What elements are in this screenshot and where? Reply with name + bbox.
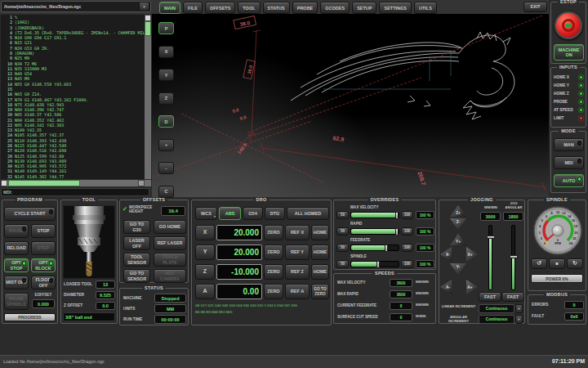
zero-z-button[interactable]: ZERO bbox=[264, 264, 283, 280]
linear-increment-combo[interactable]: Continuous bbox=[479, 304, 514, 313]
tab[interactable]: STATUS bbox=[263, 2, 290, 14]
override-min-button[interactable]: 50 bbox=[336, 244, 349, 252]
slider-thumb[interactable] bbox=[395, 228, 399, 236]
jog-angular-slider[interactable] bbox=[511, 225, 515, 290]
tab[interactable]: TOOL bbox=[238, 2, 260, 14]
override-max-button[interactable]: 100 bbox=[401, 260, 413, 268]
preview-tool-button[interactable]: D bbox=[158, 115, 174, 128]
override-min-button[interactable]: 50 bbox=[336, 260, 349, 268]
step-button[interactable]: STEP bbox=[31, 241, 56, 255]
tab[interactable]: MAIN bbox=[159, 2, 180, 14]
zero-a-button[interactable]: ZERO bbox=[264, 284, 283, 299]
tab[interactable]: SETUP bbox=[352, 2, 376, 14]
dtg-button[interactable]: DTG bbox=[265, 207, 285, 220]
jog-z-plus-button[interactable]: Z+ bbox=[450, 205, 466, 217]
slider-thumb[interactable] bbox=[376, 261, 380, 268]
goto-sensor-button[interactable]: GO TO SENSOR bbox=[123, 269, 150, 283]
tab[interactable]: UTILS bbox=[414, 2, 437, 14]
spindle-slider[interactable] bbox=[350, 261, 399, 267]
gcode-preview[interactable]: 38.0 36.0 0.0 0.0 148.9 62.9 209.7 PXYZD… bbox=[152, 14, 549, 197]
scroll-up-button[interactable] bbox=[145, 15, 151, 21]
jog-y-minus-button[interactable]: Y- bbox=[450, 263, 466, 275]
reload-button[interactable]: RELOAD bbox=[4, 241, 29, 255]
axis-a-button[interactable]: A bbox=[195, 284, 215, 299]
ref-x-button[interactable]: REF X bbox=[285, 225, 310, 240]
gcode-horizontal-scrollbar[interactable] bbox=[1, 180, 151, 186]
stop-button[interactable]: STOP bbox=[31, 224, 56, 238]
jog-a-minus-button[interactable]: A- bbox=[440, 280, 452, 294]
slider-thumb[interactable] bbox=[395, 212, 399, 219]
override-max-button[interactable]: 100 bbox=[401, 244, 413, 252]
override-min-button[interactable]: 50 bbox=[336, 227, 349, 236]
tool-sensor-button[interactable]: TOOL SENSOR bbox=[123, 253, 150, 267]
abs-button[interactable]: ABS bbox=[219, 207, 241, 220]
jog-x-minus-button[interactable]: X- bbox=[440, 247, 452, 262]
preview-tool-button[interactable]: X bbox=[158, 46, 174, 58]
loaded-file-combo[interactable]: /home/jim/linuxcnc/nc_files/Dragon.ngc ▾ bbox=[1, 1, 151, 12]
g54-button[interactable]: G54 bbox=[243, 207, 263, 220]
tab[interactable]: GCODES bbox=[320, 2, 350, 14]
fast-linear-button[interactable]: FAST bbox=[479, 292, 501, 302]
slider-thumb[interactable] bbox=[385, 245, 388, 252]
ref-y-button[interactable]: REF Y bbox=[285, 245, 310, 260]
all-homed-button[interactable]: ALL HOMED bbox=[287, 207, 329, 220]
touch-plate-button[interactable]: TOUCH PLATE bbox=[154, 253, 186, 267]
home-y-button[interactable]: HOME bbox=[311, 245, 329, 260]
ref-camera-button[interactable]: REF CAMERA bbox=[154, 269, 186, 283]
mode-button[interactable]: MDI bbox=[554, 156, 584, 169]
go-home-button[interactable]: GO HOME bbox=[154, 220, 186, 234]
pause-spindle-button[interactable]: PAUSE SPINDLE bbox=[4, 293, 29, 310]
preview-tool-button[interactable]: Z bbox=[158, 92, 174, 105]
exit-button[interactable]: EXIT bbox=[523, 2, 547, 12]
vertical-scroll-thumb[interactable] bbox=[145, 21, 151, 36]
scroll-left-button[interactable] bbox=[1, 180, 7, 186]
chevron-down-icon[interactable]: ▾ bbox=[139, 2, 149, 11]
ref-z-button[interactable]: REF Z bbox=[285, 264, 310, 280]
home-z-button[interactable]: HOME bbox=[311, 264, 329, 280]
slider-thumb[interactable] bbox=[510, 255, 518, 258]
override-max-button[interactable]: 100 bbox=[401, 227, 413, 236]
home-x-button[interactable]: HOME bbox=[311, 225, 329, 240]
laser-button[interactable]: LASER OFF bbox=[123, 236, 150, 250]
tab[interactable]: FILE bbox=[183, 2, 203, 14]
feedrate-slider[interactable] bbox=[350, 245, 399, 251]
gcode-list[interactable]: 1%2(1002)3(JOKERSBACK)4(T2 D=6.35 CR=0. … bbox=[1, 15, 145, 179]
preview-tool-button[interactable]: C bbox=[158, 186, 174, 198]
max-velocity-slider[interactable] bbox=[350, 212, 399, 218]
wcs-dropdown[interactable]: WCS▾ bbox=[195, 207, 217, 220]
fast-angular-button[interactable]: FAST bbox=[501, 292, 524, 302]
goto-g30-button[interactable]: GO TO G30 bbox=[123, 220, 150, 234]
goto-zero-button[interactable]: GO TO ZERO bbox=[311, 284, 329, 299]
spindle-stop-button[interactable]: ■ bbox=[549, 258, 565, 269]
tab[interactable]: PROBE bbox=[292, 2, 318, 14]
preview-tool-button[interactable]: Y bbox=[158, 69, 174, 81]
ref-laser-button[interactable]: REF LASER bbox=[154, 236, 186, 250]
axis-x-button[interactable]: X bbox=[195, 225, 215, 240]
opt-stop-button[interactable]: OPT STOP bbox=[4, 258, 29, 272]
flood-button[interactable]: FLOOD OFF bbox=[31, 276, 56, 289]
spindle-forward-button[interactable]: ↻ bbox=[567, 258, 583, 269]
tab[interactable]: OFFSETS bbox=[205, 2, 235, 14]
mist-button[interactable]: MIST OFF bbox=[4, 276, 29, 289]
chevron-down-icon[interactable]: ▾ bbox=[515, 304, 523, 313]
axis-y-button[interactable]: Y bbox=[195, 245, 215, 260]
zero-y-button[interactable]: ZERO bbox=[264, 245, 283, 260]
angular-increment-combo[interactable]: Continuous bbox=[479, 315, 514, 324]
gcode-line[interactable]: 32N145 X149.382 Y44.77 bbox=[1, 174, 145, 179]
ref-a-button[interactable]: REF A bbox=[285, 284, 310, 299]
scroll-right-button[interactable] bbox=[138, 180, 145, 186]
zero-x-button[interactable]: ZERO bbox=[264, 225, 283, 240]
axis-z-button[interactable]: Z bbox=[195, 264, 215, 280]
spindle-reverse-button[interactable]: ↺ bbox=[531, 258, 547, 269]
mode-button[interactable]: AUTO bbox=[554, 174, 584, 187]
jog-a-plus-button[interactable]: A+ bbox=[466, 280, 478, 294]
gcode-vertical-scrollbar[interactable] bbox=[145, 15, 151, 179]
rapid-slider[interactable] bbox=[350, 228, 399, 235]
mode-button[interactable]: MAN bbox=[554, 138, 584, 151]
jog-y-plus-button[interactable]: Y+ bbox=[450, 234, 466, 245]
slider-thumb[interactable] bbox=[487, 236, 495, 239]
mdi-input[interactable] bbox=[1, 188, 149, 196]
estop-button[interactable] bbox=[555, 11, 582, 39]
jog-x-plus-button[interactable]: X+ bbox=[466, 247, 478, 262]
preview-tool-button[interactable]: - bbox=[158, 162, 174, 174]
